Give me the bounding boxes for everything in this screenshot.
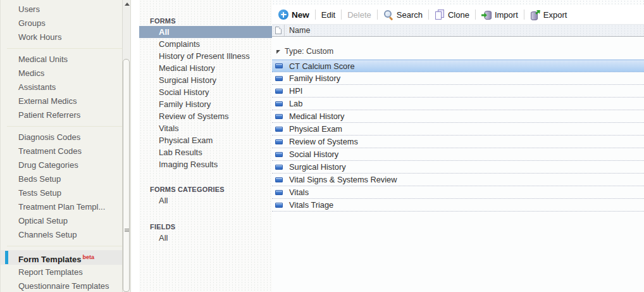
sidebar-item-external-medics[interactable]: External Medics [1,94,131,108]
main-panel: NewEditDeleteSearchCloneImportExport Nam… [272,0,644,292]
row-name: HPI [289,86,302,96]
sidebar-item-channels-setup[interactable]: Channels Setup [1,228,131,242]
toolbar-separator [377,10,378,20]
nav-item-forms-vitals[interactable]: Vitals [139,122,272,134]
sidebar-item-label: Treatment Codes [18,146,82,156]
import-button[interactable]: Import [478,10,522,20]
nav-item-forms-family-history[interactable]: Family History [139,98,272,110]
table-row[interactable]: Lab [272,98,644,110]
new-button[interactable]: New [275,10,313,20]
sidebar-item-label: Medical Units [18,54,68,64]
nav-section-title-forms: FORMS [139,16,272,26]
sidebar: UsersGroupsWork HoursMedical UnitsMedics… [0,0,131,292]
group-row-type-custom[interactable]: Type: Custom [272,43,644,60]
sidebar-item-optical-setup[interactable]: Optical Setup [1,214,131,228]
scrollbar-thumb[interactable] [123,59,130,292]
search-button[interactable]: Search [380,10,426,20]
delete-button: Delete [344,10,375,20]
form-icon [275,101,283,106]
row-name: Lab [289,99,302,108]
sidebar-item-medical-units[interactable]: Medical Units [1,53,131,67]
nav-item-forms-surgical-history[interactable]: Surgical History [139,74,272,86]
table-row[interactable]: Vital Signs & Systems Review [272,174,644,186]
sidebar-item-form-templates[interactable]: Form Templatesbeta [1,250,131,265]
sidebar-item-diagnosis-codes[interactable]: Diagnosis Codes [1,130,131,144]
table-row[interactable]: Review of Systems [272,136,644,148]
sidebar-item-treatment-plan-templ[interactable]: Treatment Plan Templ... [1,200,131,214]
table-row[interactable]: Medical History [272,110,644,123]
nav-item-forms-complaints[interactable]: Complaints [139,38,272,50]
nav-item-forms-imaging-results[interactable]: Imaging Results [139,158,272,170]
sidebar-scrollbar[interactable] [122,0,131,292]
grid-rows: CT Calcium ScoreFamily HistoryHPILabMedi… [272,60,644,212]
row-name: Vitals [289,187,309,197]
sidebar-item-medics[interactable]: Medics [1,67,131,80]
sidebar-item-beds-setup[interactable]: Beds Setup [1,172,131,186]
sidebar-item-report-templates[interactable]: Report Templates [1,265,131,279]
nav-item-forms-all[interactable]: All [139,26,272,38]
search-icon [383,10,393,20]
sidebar-item-label: Channels Setup [18,230,77,239]
toolbar-separator [524,10,524,20]
table-row[interactable]: Vitals Triage [272,199,644,212]
sidebar-item-tests-setup[interactable]: Tests Setup [1,186,131,200]
table-row[interactable]: Surgical History [272,161,644,174]
nav-item-forms-medical-history[interactable]: Medical History [139,62,272,74]
toolbar-separator [315,10,316,20]
table-row[interactable]: Social History [272,148,644,161]
clone-icon [435,10,445,20]
sidebar-item-label: Assistants [18,82,56,92]
sidebar-item-label: Tests Setup [18,188,61,198]
nav-item-forms-categories-all[interactable]: All [139,194,272,206]
sidebar-divider [7,126,125,127]
import-icon [481,10,492,20]
nav-item-forms-social-history[interactable]: Social History [139,86,272,98]
sidebar-item-label: External Medics [18,96,77,106]
form-icon [275,63,283,68]
table-row[interactable]: Family History [272,72,644,85]
sidebar-item-label: Report Templates [18,267,83,277]
sidebar-item-patient-referrers[interactable]: Patient Referrers [1,108,131,122]
nav-section-title-fields: FIELDS [139,222,272,232]
sidebar-item-drug-categories[interactable]: Drug Categories [1,158,131,172]
sidebar-item-assistants[interactable]: Assistants [1,80,131,94]
toolbar-separator [341,10,342,20]
type-column-header[interactable] [272,25,285,36]
form-icon [275,89,283,94]
sidebar-item-groups[interactable]: Groups [1,16,131,30]
table-row[interactable]: Vitals [272,186,644,199]
grid-column-header[interactable]: Name [272,24,644,37]
table-row[interactable]: Physical Exam [272,123,644,136]
name-column-header[interactable]: Name [285,26,310,35]
page-icon [275,27,282,34]
row-name: Medical History [289,111,344,121]
sidebar-item-work-hours[interactable]: Work Hours [1,30,131,44]
group-collapse-icon[interactable] [276,50,280,54]
toolbar-button-label: Delete [347,10,371,20]
nav-item-forms-physical-exam[interactable]: Physical Exam [139,134,272,146]
nav-item-forms-lab-results[interactable]: Lab Results [139,146,272,158]
sidebar-item-users[interactable]: Users [1,3,131,16]
toolbar-button-label: Import [495,10,518,20]
export-icon [530,10,540,20]
form-icon [275,114,283,119]
forms-nav: FORMSAllComplaintsHistory of Present Ill… [139,16,272,244]
nav-item-forms-history-of-present-illness[interactable]: History of Present Illness [139,50,272,62]
toolbar: NewEditDeleteSearchCloneImportExport [272,5,644,24]
sidebar-item-questionnaire-templates[interactable]: Questionnaire Templates [1,279,131,292]
row-name: Review of Systems [289,137,358,146]
nav-item-forms-review-of-systems[interactable]: Review of Systems [139,110,272,122]
clone-button[interactable]: Clone [431,10,473,20]
edit-button[interactable]: Edit [318,10,339,20]
export-button[interactable]: Export [526,10,571,20]
sidebar-item-label: Users [18,4,40,14]
form-icon [275,203,283,208]
scroll-up-icon[interactable] [125,3,130,6]
nav-item-fields-all[interactable]: All [139,232,272,244]
table-row[interactable]: CT Calcium Score [272,60,644,72]
sidebar-item-treatment-codes[interactable]: Treatment Codes [1,144,131,158]
sidebar-item-label: Beds Setup [18,174,61,184]
form-icon [275,190,283,195]
table-row[interactable]: HPI [272,85,644,98]
scrollbar-grip-icon [125,228,129,232]
